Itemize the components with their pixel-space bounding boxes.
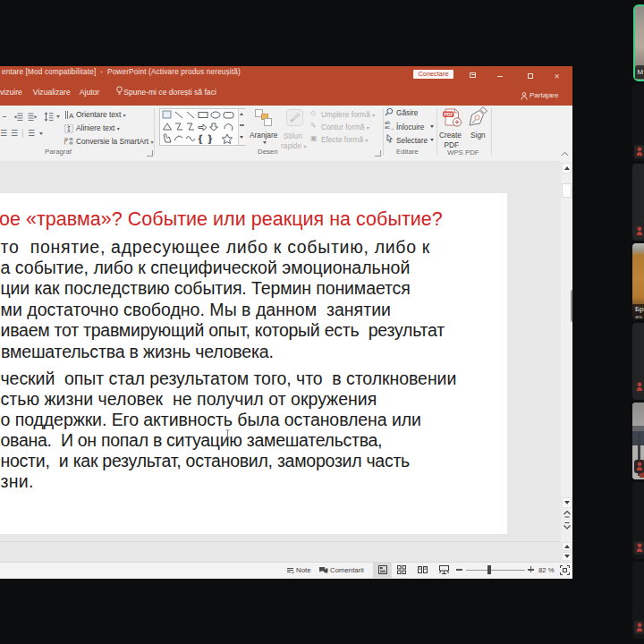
svg-text:PDF: PDF [444,112,453,117]
svg-text:A: A [69,112,74,120]
svg-text:}: } [208,133,212,144]
svg-text:{: { [199,133,202,144]
